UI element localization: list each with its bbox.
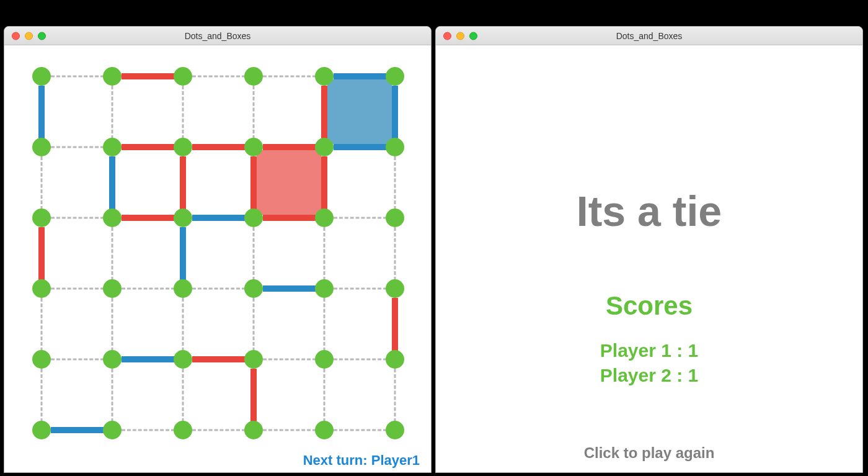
h-edge[interactable] [122,288,175,290]
v-edge[interactable] [112,227,113,281]
grid-dot [315,138,334,156]
h-edge[interactable] [192,76,246,78]
grid-dot [174,421,192,439]
h-edge [51,427,104,433]
grid-dot [174,279,192,298]
grid-dot [103,421,122,439]
grid-dot [315,350,334,369]
window-controls [12,32,46,40]
grid-dot [315,67,334,86]
v-edge [321,86,327,139]
h-edge [122,356,175,362]
h-edge[interactable] [334,429,387,431]
v-edge[interactable] [182,369,184,422]
h-edge[interactable] [263,429,316,431]
v-edge[interactable] [324,227,326,281]
h-edge [192,215,246,221]
h-edge[interactable] [51,76,104,78]
v-edge[interactable] [112,298,113,351]
grid-dot [32,209,51,227]
h-edge [122,73,175,79]
v-edge [392,86,398,139]
scores-heading: Scores [606,291,693,321]
v-edge[interactable] [394,227,396,281]
h-edge[interactable] [51,359,104,361]
h-edge[interactable] [334,359,387,361]
grid-dot [32,138,51,156]
next-turn-label: Next turn: Player1 [303,452,420,469]
v-edge[interactable] [112,86,113,139]
v-edge [38,227,45,281]
grid-dot [103,138,122,156]
v-edge[interactable] [394,156,396,210]
close-icon[interactable] [12,32,20,40]
h-edge[interactable] [192,429,246,431]
v-edge[interactable] [394,369,396,422]
game-window: Dots_and_Boxes Next turn: Player1 [4,26,432,473]
grid-dot [103,209,122,227]
v-edge[interactable] [41,298,43,351]
result-title: Its a tie [577,187,722,235]
h-edge[interactable] [334,217,387,219]
v-edge[interactable] [253,86,255,139]
grid-dot [315,421,334,439]
v-edge[interactable] [253,298,255,351]
h-edge[interactable] [51,288,104,290]
v-edge[interactable] [253,227,255,281]
grid-dot [174,138,192,156]
minimize-icon[interactable] [456,32,464,40]
h-edge[interactable] [263,76,316,78]
play-again-button[interactable]: Click to play again [584,444,715,462]
maximize-icon[interactable] [469,32,477,40]
titlebar[interactable]: Dots_and_Boxes [436,27,862,45]
grid-dot [244,138,263,156]
captured-box-red [257,150,321,215]
maximize-icon[interactable] [38,32,46,40]
grid-dot [386,138,404,156]
v-edge[interactable] [182,298,184,351]
grid-dot [386,421,404,439]
score-line: Player 1 : 1 [600,338,698,364]
grid-dot [32,279,51,298]
v-edge[interactable] [41,156,43,210]
v-edge[interactable] [112,369,113,422]
grid-dot [386,279,404,298]
h-edge[interactable] [192,288,246,290]
score-line: Player 2 : 1 [600,363,698,388]
game-board[interactable] [4,45,431,472]
grid-dot [103,67,122,86]
result-area[interactable]: Its a tie Scores Player 1 : 1Player 2 : … [436,45,862,473]
h-edge[interactable] [263,359,316,361]
grid-dot [315,279,334,298]
v-edge[interactable] [324,298,326,351]
v-edge[interactable] [41,369,43,422]
titlebar[interactable]: Dots_and_Boxes [4,27,431,45]
h-edge [122,215,175,221]
close-icon[interactable] [443,32,451,40]
h-edge[interactable] [122,429,175,431]
h-edge [263,144,316,150]
grid-dot [174,350,192,369]
h-edge[interactable] [51,146,104,148]
v-edge [109,156,115,210]
grid-dot [244,279,263,298]
v-edge [321,156,327,210]
h-edge [263,215,316,221]
board-area: Next turn: Player1 [4,45,431,472]
grid-dot [244,350,263,369]
h-edge [263,285,316,292]
h-edge[interactable] [334,288,387,290]
v-edge[interactable] [182,86,184,139]
grid-dot [244,421,263,439]
grid-dot [386,67,404,86]
grid-dot [315,209,334,227]
v-edge[interactable] [324,369,326,422]
v-edge [38,86,45,139]
grid-dot [103,279,122,298]
grid-dot [174,67,192,86]
h-edge[interactable] [51,217,104,219]
minimize-icon[interactable] [25,32,33,40]
h-edge [334,73,387,79]
grid-dot [32,67,51,86]
grid-dot [103,350,122,369]
